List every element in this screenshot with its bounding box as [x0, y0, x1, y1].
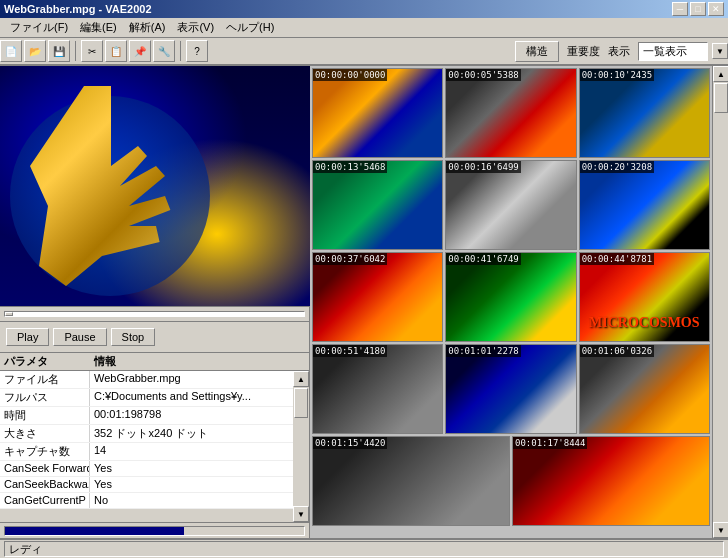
thumb-row: 00:00:51'418000:01:01'227800:01:06'0326: [312, 344, 710, 434]
thumbnail-item[interactable]: 00:01:06'0326: [579, 344, 710, 434]
info-value: WebGrabber.mpg: [90, 371, 293, 388]
toolbar-right: 構造 重要度 表示 一覧表示 ▼: [515, 38, 728, 64]
status-bar: レディ: [0, 538, 728, 558]
menu-analyze[interactable]: 解析(A): [123, 19, 172, 36]
info-value: No: [90, 493, 293, 508]
video-preview: [0, 66, 310, 306]
right-scroll-up[interactable]: ▲: [713, 66, 728, 82]
info-value: 14: [90, 443, 293, 460]
help-icon-button[interactable]: ?: [186, 40, 208, 62]
info-row: 大きさ352 ドットx240 ドット: [0, 425, 293, 443]
toolbar-tools: 📄 📂 💾 ✂ 📋 📌 🔧 ?: [0, 38, 208, 64]
right-scrollbar: ▲ ▼: [712, 66, 728, 538]
thumbnail-item[interactable]: 00:00:13'5468: [312, 160, 443, 250]
window-title: WebGrabber.mpg - VAE2002: [4, 3, 152, 15]
thumbnail-item[interactable]: 00:00:10'2435: [579, 68, 710, 158]
display-select-wrapper: 一覧表示 ▼: [638, 42, 728, 61]
thumb-label: MICROCOSMOS: [580, 315, 709, 331]
thumbnail-item[interactable]: 00:00:51'4180: [312, 344, 443, 434]
info-value: Yes: [90, 461, 293, 476]
thumb-timestamp: 00:01:01'2278: [446, 345, 520, 357]
info-row: CanSeekBackwa...Yes: [0, 477, 293, 493]
right-scroll-thumb[interactable]: [714, 83, 728, 113]
menu-help[interactable]: ヘルプ(H): [220, 19, 280, 36]
tool5-button[interactable]: 🔧: [153, 40, 175, 62]
thumbnail-item[interactable]: 00:00:44'8781MICROCOSMOS: [579, 252, 710, 342]
info-wrapper: ファイル名WebGrabber.mpgフルパスC:¥Documents and …: [0, 371, 309, 522]
thumb-row: 00:00:00'000000:00:05'538800:00:10'2435: [312, 68, 710, 158]
info-panel: パラメタ 情報 ファイル名WebGrabber.mpgフルパスC:¥Docume…: [0, 352, 309, 538]
thumb-timestamp: 00:00:37'6042: [313, 253, 387, 265]
info-param: 大きさ: [0, 425, 90, 442]
thumbnail-item[interactable]: 00:01:17'8444: [512, 436, 710, 526]
right-scroll-track: [713, 82, 728, 522]
thumb-row: 00:00:37'604200:00:41'674900:00:44'8781M…: [312, 252, 710, 342]
thumbnail-item[interactable]: 00:00:37'6042: [312, 252, 443, 342]
info-row: CanGetCurrentPNo: [0, 493, 293, 509]
info-row: キャプチャ数14: [0, 443, 293, 461]
thumb-row: 00:01:15'442000:01:17'8444: [312, 436, 710, 526]
timeline-thumb[interactable]: [5, 312, 13, 316]
toolbar-sep-2: [180, 41, 181, 61]
video-content: [0, 66, 310, 306]
new-button[interactable]: 📄: [0, 40, 22, 62]
thumb-timestamp: 00:00:51'4180: [313, 345, 387, 357]
play-button[interactable]: Play: [6, 328, 49, 346]
thumbnail-item[interactable]: 00:01:15'4420: [312, 436, 510, 526]
info-value: C:¥Documents and Settings¥y...: [90, 389, 293, 406]
display-select[interactable]: 一覧表示: [638, 42, 708, 61]
thumb-timestamp: 00:00:10'2435: [580, 69, 654, 81]
menu-file[interactable]: ファイル(F): [4, 19, 74, 36]
info-row: CanSeek ForwardsYes: [0, 461, 293, 477]
display-label: 表示: [608, 44, 630, 59]
cut-button[interactable]: ✂: [81, 40, 103, 62]
thumb-timestamp: 00:01:15'4420: [313, 437, 387, 449]
controls-bar: Play Pause Stop: [0, 322, 309, 352]
info-param: キャプチャ数: [0, 443, 90, 460]
info-param: CanSeekBackwa...: [0, 477, 90, 492]
importance-label: 重要度: [567, 44, 600, 59]
info-row: 時間00:01:198798: [0, 407, 293, 425]
thumbnail-item[interactable]: 00:00:00'0000: [312, 68, 443, 158]
col-header-info: 情報: [94, 354, 305, 369]
right-scroll-down[interactable]: ▼: [713, 522, 728, 538]
timeline-track[interactable]: [4, 311, 305, 317]
info-content: ファイル名WebGrabber.mpgフルパスC:¥Documents and …: [0, 371, 293, 522]
copy-button[interactable]: 📋: [105, 40, 127, 62]
menu-bar: ファイル(F) 編集(E) 解析(A) 表示(V) ヘルプ(H): [0, 18, 728, 38]
paste-button[interactable]: 📌: [129, 40, 151, 62]
menu-view[interactable]: 表示(V): [171, 19, 220, 36]
status-text: レディ: [4, 541, 724, 557]
info-value: Yes: [90, 477, 293, 492]
info-row: ファイル名WebGrabber.mpg: [0, 371, 293, 389]
stop-button[interactable]: Stop: [111, 328, 156, 346]
thumb-timestamp: 00:00:16'6499: [446, 161, 520, 173]
close-button[interactable]: ✕: [708, 2, 724, 16]
window-controls: ─ □ ✕: [672, 2, 724, 16]
open-button[interactable]: 📂: [24, 40, 46, 62]
progress-bar: [4, 526, 305, 536]
thumbnail-item[interactable]: 00:00:05'5388: [445, 68, 576, 158]
scroll-down-button[interactable]: ▼: [293, 506, 309, 522]
thumbnail-item[interactable]: 00:01:01'2278: [445, 344, 576, 434]
info-row: フルパスC:¥Documents and Settings¥y...: [0, 389, 293, 407]
info-param: 時間: [0, 407, 90, 424]
info-param: CanGetCurrentP: [0, 493, 90, 508]
pause-button[interactable]: Pause: [53, 328, 106, 346]
menu-edit[interactable]: 編集(E): [74, 19, 123, 36]
left-panel: Play Pause Stop パラメタ 情報 ファイル名WebGrabber.…: [0, 66, 310, 538]
scroll-up-button[interactable]: ▲: [293, 371, 309, 387]
thumb-timestamp: 00:00:44'8781: [580, 253, 654, 265]
scroll-thumb[interactable]: [294, 388, 308, 418]
structure-tab[interactable]: 構造: [515, 41, 559, 62]
thumbnail-item[interactable]: 00:00:41'6749: [445, 252, 576, 342]
thumb-timestamp: 00:01:17'8444: [513, 437, 587, 449]
minimize-button[interactable]: ─: [672, 2, 688, 16]
display-select-arrow[interactable]: ▼: [712, 43, 728, 59]
thumbnail-item[interactable]: 00:00:16'6499: [445, 160, 576, 250]
right-panel-wrapper: 00:00:00'000000:00:05'538800:00:10'24350…: [310, 66, 728, 538]
thumbnail-item[interactable]: 00:00:20'3208: [579, 160, 710, 250]
maximize-button[interactable]: □: [690, 2, 706, 16]
save-button[interactable]: 💾: [48, 40, 70, 62]
thumb-timestamp: 00:00:41'6749: [446, 253, 520, 265]
